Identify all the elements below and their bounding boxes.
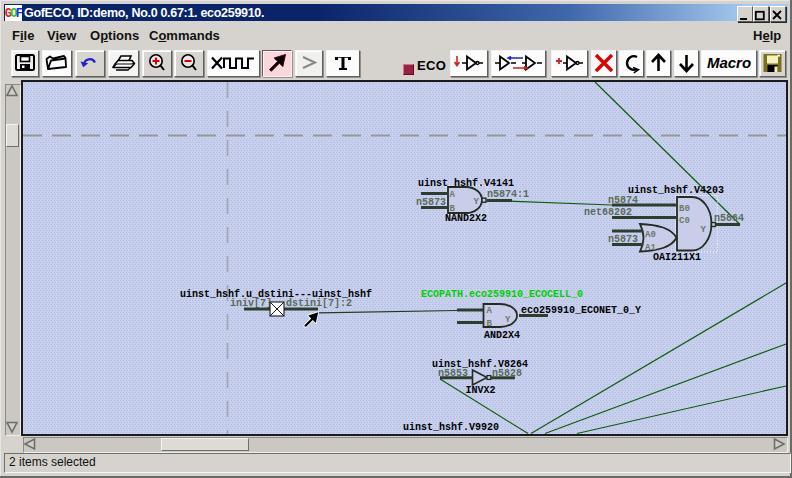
svg-text:n5874: n5874 — [608, 195, 638, 206]
svg-text:ECOPATH.eco259910_ECOCELL_0: ECOPATH.eco259910_ECOCELL_0 — [421, 289, 583, 300]
svg-text:dstini[7]:2: dstini[7]:2 — [286, 298, 352, 309]
svg-text:B: B — [450, 204, 456, 214]
svg-text:n5853: n5853 — [438, 368, 468, 379]
svg-text:B: B — [487, 319, 493, 329]
svg-text:AND2X4: AND2X4 — [484, 330, 520, 341]
svg-text:OAI211X1: OAI211X1 — [653, 252, 701, 263]
svg-text:C0: C0 — [679, 216, 690, 226]
svg-text:n5873: n5873 — [608, 234, 638, 245]
svg-text:A0: A0 — [645, 230, 656, 240]
svg-text:n5828: n5828 — [492, 368, 522, 379]
svg-text:Y: Y — [701, 225, 707, 235]
svg-text:uinst_hshf.V4141: uinst_hshf.V4141 — [418, 178, 514, 189]
svg-text:Y: Y — [474, 197, 480, 207]
svg-text:n5873: n5873 — [416, 197, 446, 208]
svg-text:uinst_hshf.V9920: uinst_hshf.V9920 — [403, 422, 499, 433]
svg-text:A: A — [450, 190, 456, 200]
svg-text:A1: A1 — [645, 243, 656, 253]
svg-text:uinst_hshf.V4203: uinst_hshf.V4203 — [628, 185, 724, 196]
svg-text:Y: Y — [505, 315, 511, 325]
svg-text:n5864: n5864 — [714, 213, 744, 224]
svg-text:B0: B0 — [679, 204, 690, 214]
svg-text:iniv[7]: iniv[7] — [230, 298, 272, 309]
svg-text:eco259910_ECONET_0_Y: eco259910_ECONET_0_Y — [521, 305, 641, 316]
svg-text:F: F — [16, 7, 22, 21]
svg-text:net68202: net68202 — [584, 207, 632, 218]
svg-text:n5874:1: n5874:1 — [487, 189, 529, 200]
svg-text:A: A — [487, 306, 493, 316]
svg-text:INVX2: INVX2 — [466, 385, 496, 396]
svg-text:NAND2X2: NAND2X2 — [445, 213, 487, 224]
